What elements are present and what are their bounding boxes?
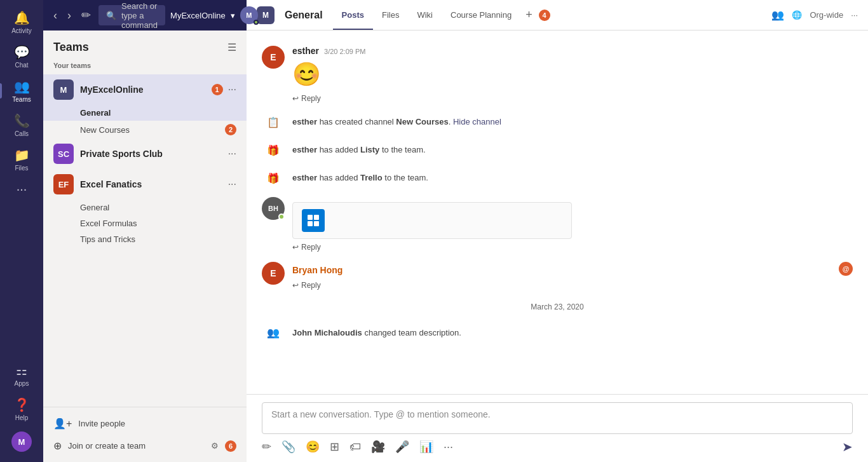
team-more-excel-fanatics[interactable]: ··· <box>228 179 236 190</box>
hide-channel-link[interactable]: Hide channel <box>453 117 501 126</box>
tab-posts[interactable]: Posts <box>333 1 373 30</box>
send-button[interactable]: ➤ <box>842 439 853 454</box>
more-compose-options[interactable]: ··· <box>444 440 453 454</box>
course-planning-card-icon <box>302 209 325 232</box>
title-bar: ‹ › ✏ 🔍 Search or type a command MyExcel… <box>43 0 247 31</box>
channel-item-excel-formulas[interactable]: Excel Formulas <box>43 215 247 231</box>
sidebar-header: Teams ☰ <box>43 31 247 59</box>
message-block-esther2: E Bryan Hong ↩ Reply @ <box>247 257 868 295</box>
tab-course-planning[interactable]: Course Planning <box>442 1 520 30</box>
nav-back-button[interactable]: ‹ <box>51 9 60 22</box>
reply-arrow-icon: ↩ <box>292 243 299 252</box>
nav-item-apps[interactable]: ⚏ Apps <box>0 358 43 392</box>
calls-icon: 📞 <box>14 113 30 128</box>
settings-button[interactable]: ⚙ <box>211 441 219 451</box>
nav-item-more[interactable]: ··· <box>0 177 43 201</box>
sidebar-footer: 👤+ Invite people ⊕ Join or create a team… <box>43 407 247 462</box>
user-name-label: MyExcelOnline <box>170 11 226 20</box>
compose-icon[interactable]: ✏ <box>79 8 93 22</box>
channel-item-general[interactable]: General <box>43 105 247 121</box>
compose-area: Start a new conversation. Type @ to ment… <box>247 394 868 462</box>
search-bar[interactable]: 🔍 Search or type a command <box>98 5 165 25</box>
online-dot-bryan <box>278 214 285 220</box>
system-message-listy: 🎁 esther has added Listy to the team. <box>247 136 868 164</box>
compose-placeholder: Start a new conversation. Type @ to ment… <box>271 409 491 419</box>
channel-item-new-courses[interactable]: New Courses 2 <box>43 121 247 139</box>
nav-item-teams[interactable]: 👥 Teams <box>0 74 43 108</box>
message-content: esther 3/20 2:09 PM 😊 ↩ Reply <box>292 46 853 103</box>
nav-item-activity[interactable]: 🔔 Activity <box>0 5 43 39</box>
team-item-excel-fanatics[interactable]: EF Excel Fanatics ··· <box>43 169 247 200</box>
channel-item-general-ef[interactable]: General <box>43 200 247 215</box>
audio-call-icon[interactable]: 🎤 <box>395 440 409 454</box>
apps-icon: ⚏ <box>16 363 27 378</box>
nav-forward-button[interactable]: › <box>65 9 74 22</box>
format-icon[interactable]: ✏ <box>262 440 271 454</box>
giphy-icon[interactable]: ⊞ <box>330 440 339 454</box>
message-content-esther2: Bryan Hong ↩ Reply <box>292 262 853 290</box>
filter-button[interactable]: ☰ <box>227 41 236 53</box>
search-placeholder: Search or type a command <box>121 1 158 30</box>
members-icon[interactable]: 👥 <box>771 9 784 21</box>
avatar-esther2: E <box>262 262 285 285</box>
team-more-myexcelonline[interactable]: ··· <box>228 84 236 95</box>
main-content: M General Posts Files Wiki Course Planni… <box>247 0 868 462</box>
nav-item-calls[interactable]: 📞 Calls <box>0 108 43 142</box>
sticker-icon[interactable]: 🏷 <box>349 440 361 454</box>
meet-now-icon[interactable]: 🎥 <box>371 440 385 454</box>
reply-button-esther2[interactable]: ↩ Reply <box>292 281 853 290</box>
nav-item-chat[interactable]: 💬 Chat <box>0 39 43 74</box>
emoji-icon[interactable]: 😊 <box>306 440 320 454</box>
nav-item-files[interactable]: 📁 Files <box>0 142 43 177</box>
team-item-myexcelonline[interactable]: M MyExcelOnline 1 ··· <box>43 74 247 105</box>
badge-2: 2 <box>225 124 236 135</box>
course-planning-card[interactable] <box>292 202 572 239</box>
sidebar: ‹ › ✏ 🔍 Search or type a command MyExcel… <box>43 0 247 462</box>
teams-icon: 👥 <box>14 79 30 94</box>
channel-item-tips-and-tricks[interactable]: Tips and Tricks <box>43 231 247 247</box>
tab-files[interactable]: Files <box>373 1 408 30</box>
org-wide-icon: 🌐 <box>792 10 802 20</box>
chat-area: E esther 3/20 2:09 PM 😊 ↩ Reply 📋 es <box>247 31 868 394</box>
nav-avatar-letter: M <box>18 437 25 447</box>
invite-people-button[interactable]: 👤+ Invite people <box>43 412 247 435</box>
schedule-meeting-icon[interactable]: 📊 <box>419 440 433 454</box>
avatar: E <box>262 46 285 69</box>
message-author: esther <box>292 46 319 56</box>
join-create-team-button[interactable]: ⊕ Join or create a team ⚙ 6 <box>43 435 247 457</box>
join-create-team-label: Join or create a team <box>68 441 146 451</box>
nav-bar: 🔔 Activity 💬 Chat 👥 Teams 📞 Calls 📁 File… <box>0 0 43 462</box>
avatar[interactable]: M <box>240 6 258 24</box>
add-tab-button[interactable]: + <box>520 8 538 22</box>
user-area[interactable]: MyExcelOnline ▾ M <box>170 6 258 24</box>
your-teams-label: Your teams <box>43 59 247 74</box>
tab-wiki[interactable]: Wiki <box>408 1 442 30</box>
chevron-down-icon: ▾ <box>231 11 235 20</box>
system-text-listy: esther has added Listy to the team. <box>292 139 426 157</box>
message-block: E esther 3/20 2:09 PM 😊 ↩ Reply <box>247 41 868 108</box>
help-icon: ❓ <box>14 397 30 412</box>
channel-more-button[interactable]: ··· <box>851 10 858 20</box>
attach-icon[interactable]: 📎 <box>281 440 295 454</box>
reply-button[interactable]: ↩ Reply <box>292 94 853 103</box>
message-time: 3/20 2:09 PM <box>324 48 365 55</box>
system-message-trello: 🎁 esther has added Trello to the team. <box>247 164 868 192</box>
message-body-esther2: Bryan Hong <box>292 264 853 277</box>
nav-item-avatar[interactable]: M <box>0 426 43 457</box>
channel-header: M General Posts Files Wiki Course Planni… <box>247 0 868 31</box>
channel-header-right: 👥 🌐 Org-wide ··· <box>771 9 858 21</box>
team-name-myexcelonline: MyExcelOnline <box>80 85 212 95</box>
team-avatar-excel-fanatics: EF <box>53 174 74 194</box>
badge-6: 6 <box>225 440 236 452</box>
invite-people-icon: 👤+ <box>53 418 72 430</box>
nav-item-help[interactable]: ❓ Help <box>0 392 43 426</box>
search-icon: 🔍 <box>106 11 116 20</box>
message-body: 😊 <box>292 58 853 90</box>
team-item-private-sports-club[interactable]: SC Private Sports Club ··· <box>43 139 247 169</box>
channel-name: General <box>285 10 323 21</box>
org-wide-label: Org-wide <box>810 10 843 20</box>
team-more-private-sports-club[interactable]: ··· <box>228 148 236 160</box>
reply-button-bryan[interactable]: ↩ Reply <box>292 243 853 252</box>
channel-tabs: Posts Files Wiki Course Planning + 4 <box>333 1 550 29</box>
compose-input[interactable]: Start a new conversation. Type @ to ment… <box>262 402 853 434</box>
